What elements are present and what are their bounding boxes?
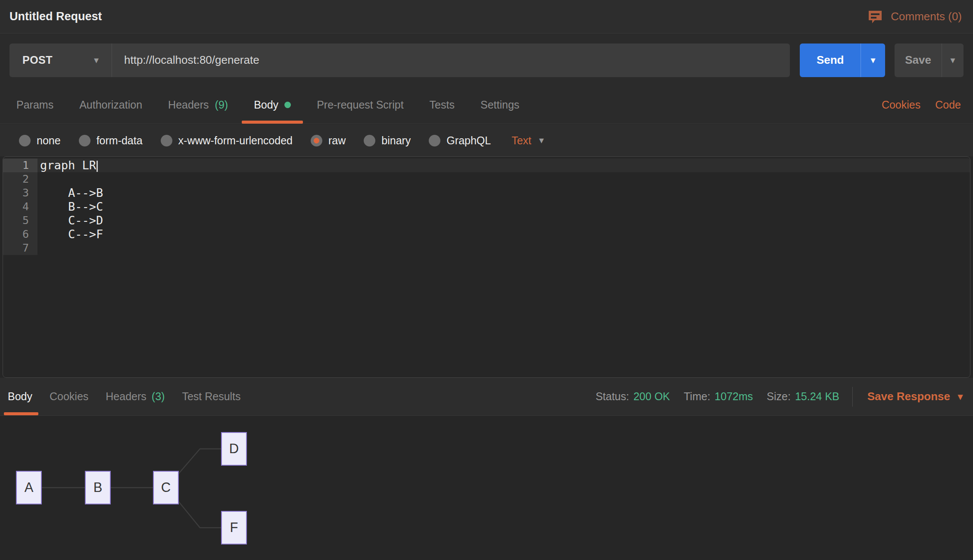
tab-label: Settings xyxy=(480,99,519,111)
radio-graphql[interactable]: GraphQL xyxy=(429,134,491,147)
radio-icon xyxy=(364,135,375,146)
format-label: Text xyxy=(511,134,531,147)
radio-label: x-www-form-urlencoded xyxy=(178,134,293,147)
response-tab-test-results[interactable]: Test Results xyxy=(182,378,240,415)
response-tab-body[interactable]: Body xyxy=(8,378,32,415)
request-tabs: Params Authorization Headers (9) Body Pr… xyxy=(0,86,973,124)
tab-label: Cookies xyxy=(50,390,88,403)
graph-node-B: B xyxy=(85,471,111,504)
graph-node-F: F xyxy=(221,511,247,544)
response-tabs: Body Cookies Headers (3) Test Results xyxy=(8,378,258,415)
save-button-group: Save ▾ xyxy=(895,44,964,77)
chevron-down-icon: ▾ xyxy=(950,55,955,66)
editor-line[interactable]: 1graph LR xyxy=(3,159,970,172)
tab-headers[interactable]: Headers (9) xyxy=(168,86,228,124)
line-number: 6 xyxy=(3,227,37,241)
comments-label: Comments (0) xyxy=(891,10,962,23)
raw-format-select[interactable]: Text ▾ xyxy=(511,134,544,147)
code-text: graph LR xyxy=(37,159,970,172)
time-badge: Time: 1072ms xyxy=(684,390,753,403)
cookies-link[interactable]: Cookies xyxy=(882,99,920,111)
comment-icon xyxy=(867,9,883,24)
chevron-down-icon: ▾ xyxy=(871,55,876,66)
graph-edges xyxy=(0,416,973,560)
radio-raw[interactable]: raw xyxy=(311,134,346,147)
radio-binary[interactable]: binary xyxy=(364,134,411,147)
tab-tests[interactable]: Tests xyxy=(430,86,455,124)
body-mode-options: none form-data x-www-form-urlencoded raw… xyxy=(0,124,973,156)
code-text: B-->C xyxy=(37,200,970,214)
method-url-group: POST ▾ http://localhost:80/generate xyxy=(9,44,790,77)
editor-line[interactable]: 2 xyxy=(3,172,970,186)
editor-line[interactable]: 7 xyxy=(3,241,970,255)
graph-node-C: C xyxy=(153,471,179,504)
radio-label: raw xyxy=(328,134,346,147)
tabs-right-links: Cookies Code xyxy=(882,99,961,111)
tab-label: Body xyxy=(254,99,278,111)
tab-label: Test Results xyxy=(182,390,240,403)
text-cursor xyxy=(97,161,98,172)
tab-params[interactable]: Params xyxy=(16,86,53,124)
size-value: 15.24 KB xyxy=(795,390,839,403)
save-options-button[interactable]: ▾ xyxy=(942,44,964,77)
response-body-viewer[interactable]: ABCDF xyxy=(0,416,973,560)
send-button-group: Send ▾ xyxy=(800,44,885,77)
status-value: 200 OK xyxy=(633,390,670,403)
response-status-bar: Status: 200 OK Time: 1072ms Size: 15.24 … xyxy=(582,387,963,407)
tab-settings[interactable]: Settings xyxy=(480,86,519,124)
editor-line[interactable]: 6 C-->F xyxy=(3,227,970,241)
tab-label: Headers xyxy=(106,390,147,403)
editor-line[interactable]: 5 C-->D xyxy=(3,214,970,227)
title-bar: Untitled Request Comments (0) xyxy=(0,0,973,34)
radio-icon xyxy=(429,135,440,146)
response-tab-cookies[interactable]: Cookies xyxy=(50,378,88,415)
tab-label: Pre-request Script xyxy=(317,99,403,111)
code-text xyxy=(37,172,970,186)
tab-label: Tests xyxy=(430,99,455,111)
radio-form-data[interactable]: form-data xyxy=(79,134,143,147)
line-number: 2 xyxy=(3,172,37,186)
radio-label: none xyxy=(37,134,61,147)
tab-label: Authorization xyxy=(79,99,142,111)
radio-x-www-form-urlencoded[interactable]: x-www-form-urlencoded xyxy=(161,134,293,147)
radio-selected-icon xyxy=(311,135,322,146)
active-tab-indicator xyxy=(242,121,303,124)
code-text: C-->F xyxy=(37,227,970,241)
graph-node-A: A xyxy=(16,471,42,504)
line-number: 1 xyxy=(3,159,37,172)
size-badge: Size: 15.24 KB xyxy=(767,390,839,403)
code-link[interactable]: Code xyxy=(935,99,961,111)
radio-icon xyxy=(161,135,172,146)
status-divider xyxy=(852,387,853,407)
tab-pre-request-script[interactable]: Pre-request Script xyxy=(317,86,403,124)
send-options-button[interactable]: ▾ xyxy=(861,44,885,77)
graph-node-D: D xyxy=(221,432,247,466)
status-label: Status: xyxy=(596,390,629,403)
save-response-button[interactable]: Save Response ▾ xyxy=(867,390,963,403)
editor-lines: 1graph LR23 A-->B4 B-->C5 C-->D6 C-->F7 xyxy=(3,159,970,255)
radio-icon xyxy=(79,135,90,146)
send-button[interactable]: Send xyxy=(800,44,861,77)
tab-authorization[interactable]: Authorization xyxy=(79,86,142,124)
tab-count-badge: (9) xyxy=(215,99,228,111)
request-body-editor[interactable]: 1graph LR23 A-->B4 B-->C5 C-->D6 C-->F7 xyxy=(3,156,970,378)
tab-body[interactable]: Body xyxy=(254,86,291,124)
save-button[interactable]: Save xyxy=(895,44,942,77)
url-input[interactable]: http://localhost:80/generate xyxy=(112,44,790,77)
line-number: 7 xyxy=(3,241,37,255)
time-label: Time: xyxy=(684,390,711,403)
save-response-label: Save Response xyxy=(867,390,950,403)
editor-line[interactable]: 4 B-->C xyxy=(3,200,970,214)
tab-count-badge: (3) xyxy=(152,390,165,403)
response-tab-headers[interactable]: Headers (3) xyxy=(106,378,165,415)
editor-line[interactable]: 3 A-->B xyxy=(3,186,970,200)
method-select[interactable]: POST ▾ xyxy=(9,44,112,77)
radio-none[interactable]: none xyxy=(19,134,61,147)
tab-label: Params xyxy=(16,99,53,111)
radio-label: GraphQL xyxy=(446,134,491,147)
radio-label: form-data xyxy=(97,134,143,147)
active-tab-indicator xyxy=(4,412,38,415)
comments-button[interactable]: Comments (0) xyxy=(867,9,964,24)
chevron-down-icon: ▾ xyxy=(539,135,544,146)
line-number: 4 xyxy=(3,200,37,214)
